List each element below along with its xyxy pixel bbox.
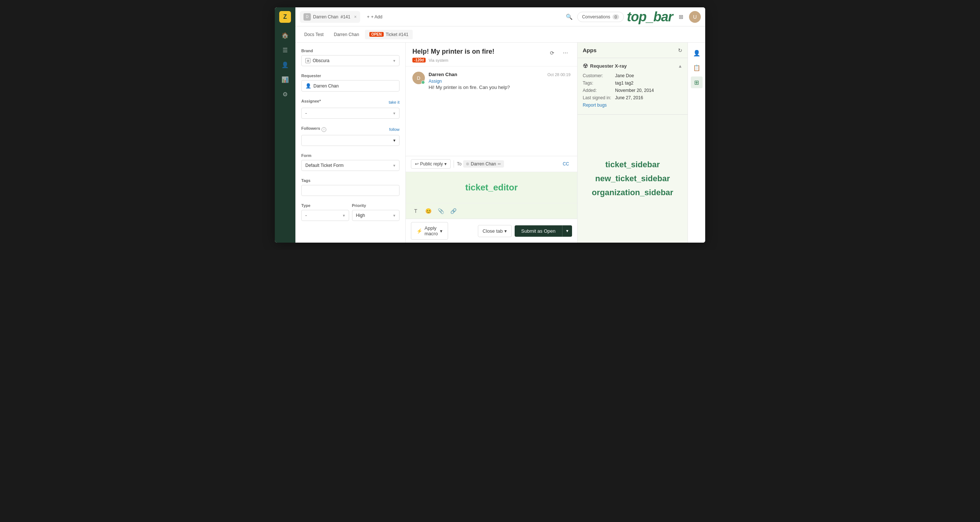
assignee-chevron-icon: ▾ bbox=[393, 111, 395, 116]
followers-label: Followers bbox=[301, 126, 320, 130]
ticket-meta: -120d Via system bbox=[412, 58, 495, 62]
edit-recipient-icon[interactable]: ✏ bbox=[498, 162, 501, 167]
nav-bar: Z 🏠 ☰ 👤 📊 ⚙ bbox=[275, 7, 295, 243]
macro-chevron-icon: ▾ bbox=[440, 228, 442, 234]
more-options-icon[interactable]: ⋯ bbox=[560, 48, 571, 58]
reply-area: ↩ Public reply ▾ To Darren Chan ✏ CC bbox=[406, 156, 577, 219]
xray-added-row: Added: November 20, 2014 bbox=[583, 88, 682, 93]
submit-open-button[interactable]: Submit as Open bbox=[515, 225, 562, 237]
ticket-age-badge: -120d bbox=[412, 58, 426, 62]
followers-select[interactable]: ▾ bbox=[301, 135, 399, 146]
assignee-label: Assignee* bbox=[301, 99, 321, 103]
xray-signed-value: June 27, 2016 bbox=[615, 95, 643, 100]
followers-section: Followers i follow ▾ bbox=[301, 126, 399, 146]
close-tab-chevron-icon: ▾ bbox=[504, 228, 507, 234]
followers-info: Followers i bbox=[301, 126, 326, 133]
brand-select[interactable]: ⊞ Obscura ▾ bbox=[301, 55, 399, 66]
ticket-141-label: Ticket #141 bbox=[386, 32, 409, 37]
online-indicator bbox=[421, 81, 425, 84]
reply-type-label: Public reply bbox=[420, 161, 443, 167]
ticket-tabs: Docs Test Darren Chan OPEN Ticket #141 bbox=[295, 27, 705, 43]
toolbar-divider bbox=[453, 160, 454, 168]
nav-item-settings[interactable]: ⚙ bbox=[278, 87, 292, 101]
grid-icon[interactable]: ⊞ bbox=[676, 12, 686, 22]
assign-link[interactable]: Assign bbox=[429, 79, 571, 84]
submit-dropdown-button[interactable]: ▾ bbox=[562, 225, 572, 237]
attachment-icon[interactable]: 📎 bbox=[436, 206, 445, 216]
reply-editor[interactable]: ticket_editor bbox=[406, 172, 577, 203]
tab-darren-chan-ticket[interactable]: Darren Chan bbox=[329, 30, 363, 39]
apps-grid-icon[interactable]: ⊞ bbox=[691, 76, 703, 88]
apps-title: Apps bbox=[583, 47, 597, 53]
search-icon[interactable]: 🔍 bbox=[564, 12, 574, 22]
message-item: D Darren Chan Oct 28 00:19 Assign Hi! My… bbox=[412, 72, 571, 91]
brand-section: Brand ⊞ Obscura ▾ bbox=[301, 49, 399, 66]
type-label: Type bbox=[301, 203, 349, 208]
take-it-link[interactable]: take it bbox=[389, 100, 399, 105]
followers-row: Followers i follow bbox=[301, 126, 399, 133]
new-ticket-sidebar-label: new_ticket_sidebar bbox=[595, 174, 670, 183]
user-profile-icon[interactable]: 👤 bbox=[691, 47, 703, 59]
recipient-dot bbox=[466, 162, 469, 165]
ticket-sidebar-label: ticket_sidebar bbox=[606, 160, 660, 170]
to-label: To bbox=[457, 161, 462, 167]
nav-item-reports[interactable]: 📊 bbox=[278, 73, 292, 86]
report-bugs-link[interactable]: Report bugs bbox=[583, 103, 607, 108]
nav-item-tickets[interactable]: ☰ bbox=[278, 43, 292, 57]
user-avatar[interactable]: U bbox=[689, 11, 701, 23]
requester-select[interactable]: 👤 Darren Chan bbox=[301, 80, 399, 92]
refresh-icon[interactable]: ↻ bbox=[678, 48, 682, 53]
history-icon[interactable]: ⟳ bbox=[547, 48, 557, 58]
form-select[interactable]: Default Ticket Form ▾ bbox=[301, 160, 399, 171]
conversations-button[interactable]: Conversations 0 bbox=[577, 12, 624, 22]
requester-xray: ☢ Requester X-ray ▲ Customer: Jane Doe T… bbox=[578, 58, 687, 115]
message-body: Hi! My printer is on fire. Can you help? bbox=[429, 84, 571, 91]
messages-area: D Darren Chan Oct 28 00:19 Assign Hi! My… bbox=[406, 67, 577, 156]
recipient-tag[interactable]: Darren Chan ✏ bbox=[463, 160, 504, 168]
type-chevron-icon: ▾ bbox=[343, 213, 345, 218]
emoji-icon[interactable]: 😊 bbox=[423, 206, 433, 216]
close-tab-icon[interactable]: × bbox=[354, 14, 356, 19]
apply-macro-button[interactable]: ⚡ Apply macro ▾ bbox=[411, 222, 448, 240]
priority-column: Priority High ▾ bbox=[352, 203, 400, 221]
text-format-icon[interactable]: T bbox=[411, 206, 420, 216]
macro-lightning-icon: ⚡ bbox=[417, 228, 422, 234]
type-priority-row: Type - ▾ Priority High ▾ bbox=[301, 203, 399, 221]
tab-subtitle: #141 bbox=[340, 14, 351, 19]
xray-signed-row: Last signed in: June 27, 2016 bbox=[583, 95, 682, 100]
top-bar: D Darren Chan #141 × + + Add 🔍 Conversat… bbox=[295, 7, 705, 27]
reply-type-chevron-icon: ▾ bbox=[444, 161, 447, 167]
xray-collapse-icon[interactable]: ▲ bbox=[678, 63, 682, 69]
tab-icon: D bbox=[304, 13, 311, 21]
link-icon[interactable]: 🔗 bbox=[449, 206, 458, 216]
follow-link[interactable]: follow bbox=[389, 127, 399, 132]
message-avatar: D bbox=[412, 72, 425, 84]
priority-select[interactable]: High ▾ bbox=[352, 210, 400, 221]
priority-label: Priority bbox=[352, 203, 400, 208]
add-icon: + bbox=[367, 14, 369, 19]
tab-docs-test[interactable]: Docs Test bbox=[300, 30, 328, 39]
tags-input[interactable] bbox=[301, 185, 399, 196]
xray-tags-value: tag1 tag2 bbox=[615, 81, 633, 86]
assignee-value: - bbox=[305, 111, 307, 116]
xray-header: ☢ Requester X-ray ▲ bbox=[583, 62, 682, 70]
ticket-header-actions: ⟳ ⋯ bbox=[547, 48, 571, 58]
reply-type-button[interactable]: ↩ Public reply ▾ bbox=[411, 159, 451, 169]
cc-button[interactable]: CC bbox=[560, 160, 572, 168]
assignee-select[interactable]: - ▾ bbox=[301, 108, 399, 119]
add-button[interactable]: + + Add bbox=[363, 13, 386, 21]
xray-report-row: Report bugs bbox=[583, 103, 682, 108]
tab-darren-chan[interactable]: D Darren Chan #141 × bbox=[300, 11, 360, 23]
notes-icon[interactable]: 📋 bbox=[691, 62, 703, 73]
form-section: Form Default Ticket Form ▾ bbox=[301, 153, 399, 171]
form-value: Default Ticket Form bbox=[305, 163, 344, 168]
right-icon-bar: 👤 📋 ⊞ bbox=[687, 43, 705, 243]
type-select[interactable]: - ▾ bbox=[301, 210, 349, 221]
left-sidebar: Brand ⊞ Obscura ▾ Requester 👤 bbox=[295, 43, 406, 243]
close-tab-button[interactable]: Close tab ▾ bbox=[478, 225, 512, 237]
type-column: Type - ▾ bbox=[301, 203, 349, 221]
nav-item-contacts[interactable]: 👤 bbox=[278, 58, 292, 71]
tab-ticket-141[interactable]: OPEN Ticket #141 bbox=[365, 30, 413, 39]
info-icon[interactable]: i bbox=[321, 127, 326, 132]
nav-item-home[interactable]: 🏠 bbox=[278, 29, 292, 42]
